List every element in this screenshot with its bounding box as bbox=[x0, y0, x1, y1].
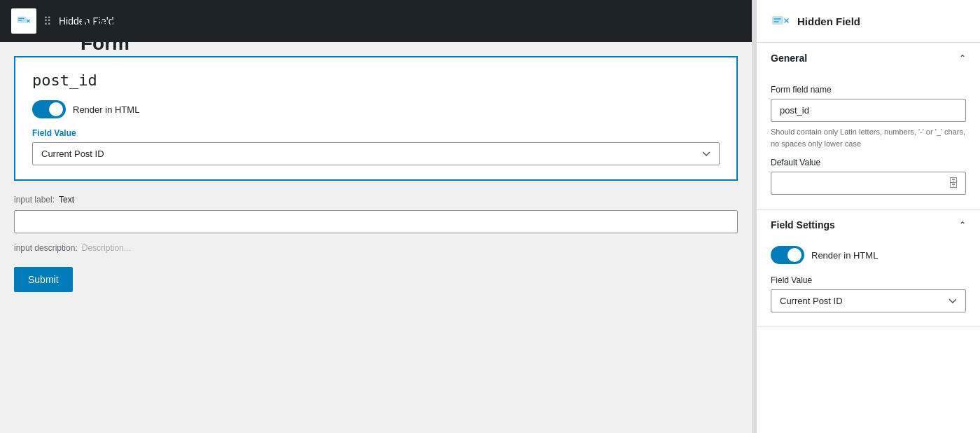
default-value-wrapper: 🗄 bbox=[771, 172, 966, 195]
text-input[interactable] bbox=[14, 210, 738, 233]
form-field-name-hint: Should contain only Latin letters, numbe… bbox=[771, 126, 966, 149]
input-label-prefix: input label: bbox=[14, 195, 55, 205]
default-value-input[interactable] bbox=[771, 172, 966, 195]
form-canvas: post_id Render in HTML Field Value Curre… bbox=[0, 42, 752, 433]
render-html-toggle[interactable] bbox=[32, 100, 66, 118]
field-settings-chevron-icon: ⌃ bbox=[959, 220, 966, 230]
render-html-row: Render in HTML bbox=[32, 100, 720, 118]
sidebar-toggle-slider bbox=[771, 246, 804, 264]
svg-rect-1 bbox=[772, 16, 783, 25]
sidebar-field-value-label: Field Value bbox=[771, 275, 966, 285]
toggle-slider bbox=[32, 100, 66, 118]
sidebar-section-field-settings: Field Settings ⌃ Render in HTML Field Va… bbox=[757, 209, 980, 327]
sidebar-render-html-row: Render in HTML bbox=[771, 246, 966, 264]
field-value-label: Field Value bbox=[32, 128, 720, 138]
sidebar-header-icon bbox=[771, 11, 790, 31]
page-title: New Form bbox=[80, 14, 130, 53]
sidebar-section-field-settings-body: Render in HTML Field Value Current Post … bbox=[757, 240, 980, 327]
input-description-row: input description: Description... bbox=[14, 243, 738, 253]
input-desc-prefix: input description: bbox=[14, 243, 78, 253]
render-html-label: Render in HTML bbox=[73, 104, 139, 115]
sidebar-section-field-settings-header[interactable]: Field Settings ⌃ bbox=[757, 209, 980, 240]
form-field-name-label: Form field name bbox=[771, 85, 966, 95]
field-name-display: post_id bbox=[32, 71, 720, 89]
submit-button[interactable]: Submit bbox=[14, 267, 73, 292]
sidebar-header: Hidden Field bbox=[757, 0, 980, 43]
input-desc-placeholder: Description... bbox=[82, 243, 131, 253]
input-label-row: input label: Text bbox=[14, 195, 738, 205]
sidebar-section-field-settings-title: Field Settings bbox=[771, 219, 835, 231]
sidebar-section-general-body: Form field name Should contain only Lati… bbox=[757, 74, 980, 209]
header-field-icon-box bbox=[11, 8, 36, 34]
sidebar-header-title: Hidden Field bbox=[797, 15, 860, 27]
svg-rect-0 bbox=[18, 17, 27, 23]
general-chevron-icon: ⌃ bbox=[959, 53, 966, 63]
sidebar-section-general: General ⌃ Form field name Should contain… bbox=[757, 43, 980, 209]
database-icon: 🗄 bbox=[948, 177, 959, 190]
input-label-value: Text bbox=[59, 195, 74, 205]
hidden-field-icon bbox=[16, 13, 31, 29]
sidebar-render-html-label: Render in HTML bbox=[811, 250, 878, 261]
field-value-select[interactable]: Current Post ID Current User ID Current … bbox=[32, 142, 720, 165]
drag-handle[interactable]: ⠿ bbox=[43, 15, 52, 28]
form-field-name-input[interactable] bbox=[771, 99, 966, 122]
sidebar-section-general-header[interactable]: General ⌃ bbox=[757, 43, 980, 74]
hidden-field-block: post_id Render in HTML Field Value Curre… bbox=[14, 56, 738, 181]
sidebar-field-value-select[interactable]: Current Post ID Current User ID Current … bbox=[771, 289, 966, 312]
sidebar-render-html-toggle[interactable] bbox=[771, 246, 804, 264]
main-content: ⠿ Hidden Field New Form post_id Render i… bbox=[0, 0, 752, 433]
sidebar-section-general-title: General bbox=[771, 53, 807, 64]
right-sidebar: Hidden Field General ⌃ Form field name S… bbox=[756, 0, 980, 433]
default-value-label: Default Value bbox=[771, 158, 966, 167]
